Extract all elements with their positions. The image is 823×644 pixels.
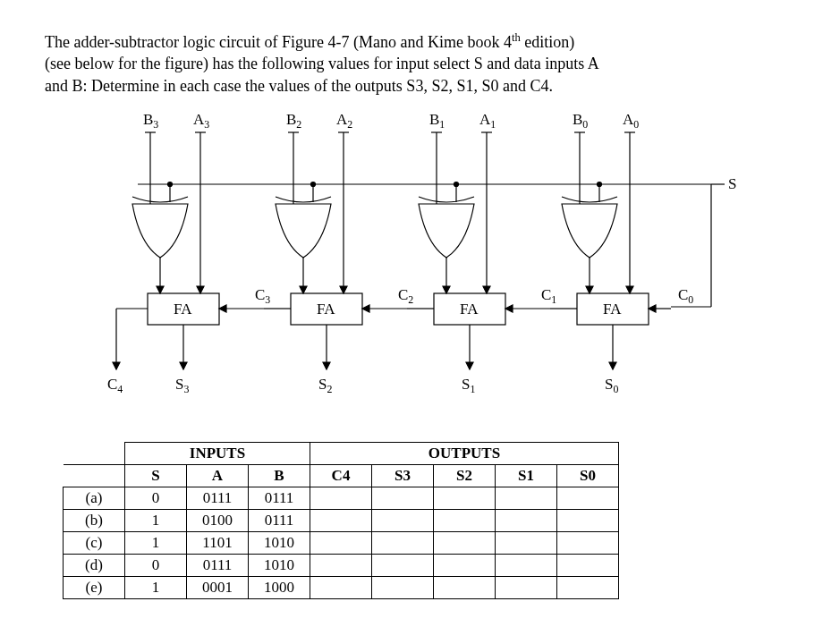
- svg-marker-62: [609, 362, 616, 369]
- q-line1: The adder-subtractor logic circuit of Fi…: [45, 33, 512, 51]
- cell-A: 0111: [187, 554, 249, 576]
- cell-S3: [372, 487, 434, 509]
- cell-S0: [557, 487, 619, 509]
- cell-S3: [372, 509, 434, 531]
- header-inputs: INPUTS: [125, 442, 310, 464]
- cell-S2: [434, 487, 496, 509]
- col-S2: S2: [434, 464, 496, 487]
- q-line1b: edition): [521, 33, 575, 51]
- col-C4: C4: [310, 464, 372, 487]
- cell-S0: [557, 576, 619, 598]
- label-S1-out: S1: [462, 376, 475, 396]
- cell-A: 0111: [187, 487, 249, 509]
- cell-S0: [557, 509, 619, 531]
- col-S1: S1: [496, 464, 557, 487]
- cell-S3: [372, 554, 434, 576]
- table-row: (e)100011000: [64, 576, 619, 598]
- label-A0: A0: [623, 111, 639, 131]
- label-C1: C1: [541, 286, 556, 307]
- row-label: (e): [64, 576, 125, 598]
- svg-marker-59: [626, 286, 633, 293]
- label-FA0: FA: [603, 301, 621, 318]
- svg-marker-44: [483, 286, 490, 293]
- q-line2: (see below for the figure) has the follo…: [45, 55, 599, 72]
- cell-S: 0: [125, 487, 187, 509]
- cell-B: 1010: [249, 531, 310, 554]
- row-label: (b): [64, 509, 125, 531]
- label-A3: A3: [193, 111, 209, 131]
- cell-S: 1: [125, 531, 187, 554]
- label-FA3: FA: [174, 301, 191, 318]
- cell-S2: [434, 554, 496, 576]
- svg-marker-34: [362, 305, 369, 312]
- cell-C4: [310, 509, 372, 531]
- col-S3: S3: [372, 464, 434, 487]
- col-A: A: [187, 464, 249, 487]
- cell-S3: [372, 576, 434, 598]
- label-C0: C0: [678, 286, 693, 307]
- cell-S2: [434, 576, 496, 598]
- label-A1: A1: [479, 111, 496, 131]
- label-A2: A2: [336, 111, 352, 131]
- cell-B: 1010: [249, 554, 310, 576]
- cell-A: 1101: [187, 531, 249, 554]
- cell-S3: [372, 531, 434, 554]
- col-B: B: [249, 464, 310, 487]
- svg-marker-12: [197, 286, 204, 293]
- label-S0-out: S0: [605, 376, 618, 396]
- cell-C4: [310, 487, 372, 509]
- svg-marker-58: [586, 286, 593, 293]
- svg-marker-64: [649, 305, 656, 312]
- svg-marker-11: [157, 286, 164, 293]
- label-B2: B2: [286, 111, 301, 131]
- svg-marker-32: [323, 362, 330, 369]
- cell-S1: [496, 554, 557, 576]
- question-text: The adder-subtractor logic circuit of Fi…: [45, 30, 778, 97]
- label-C3: C3: [255, 286, 270, 307]
- cell-S2: [434, 531, 496, 554]
- label-FA2: FA: [317, 301, 335, 318]
- label-B1: B1: [429, 111, 445, 131]
- svg-marker-17: [219, 305, 226, 312]
- label-FA1: FA: [460, 301, 478, 318]
- svg-marker-29: [340, 286, 347, 293]
- label-B0: B0: [573, 111, 588, 131]
- cell-C4: [310, 554, 372, 576]
- cell-B: 0111: [249, 509, 310, 531]
- cell-S0: [557, 554, 619, 576]
- circuit-diagram: B3 A3 B2 A2 B1 A1 B0 A0 S FA FA FA FA C3…: [81, 114, 742, 428]
- table-row: (d)001111010: [64, 554, 619, 576]
- cell-B: 1000: [249, 576, 310, 598]
- cell-C4: [310, 576, 372, 598]
- label-S2-out: S2: [318, 376, 332, 396]
- svg-point-9: [168, 182, 173, 186]
- table-row: (a)001110111: [64, 487, 619, 509]
- table-row: (c)111011010: [64, 531, 619, 554]
- cell-S1: [496, 487, 557, 509]
- cell-S1: [496, 531, 557, 554]
- cell-S: 0: [125, 554, 187, 576]
- svg-marker-49: [505, 305, 513, 312]
- svg-marker-20: [113, 362, 120, 369]
- svg-marker-28: [300, 286, 307, 293]
- label-C4: C4: [107, 376, 123, 396]
- label-B3: B3: [143, 111, 158, 131]
- cell-C4: [310, 531, 372, 554]
- q-sup: th: [512, 31, 521, 44]
- label-S: S: [728, 175, 736, 193]
- header-outputs: OUTPUTS: [310, 442, 619, 464]
- q-line3: and B: Determine in each case the values…: [45, 77, 553, 95]
- row-label: (a): [64, 487, 125, 509]
- cell-S: 1: [125, 509, 187, 531]
- svg-marker-43: [443, 286, 450, 293]
- cell-S: 1: [125, 576, 187, 598]
- table-row: (b)101000111: [64, 509, 619, 531]
- io-table: INPUTS OUTPUTS S A B C4 S3 S2 S1 S0 (a)0…: [63, 442, 619, 599]
- label-S3-out: S3: [175, 376, 189, 396]
- cell-A: 0001: [187, 576, 249, 598]
- svg-point-26: [311, 182, 316, 186]
- row-label: (c): [64, 531, 125, 554]
- cell-S1: [496, 509, 557, 531]
- label-C2: C2: [398, 286, 413, 307]
- cell-S0: [557, 531, 619, 554]
